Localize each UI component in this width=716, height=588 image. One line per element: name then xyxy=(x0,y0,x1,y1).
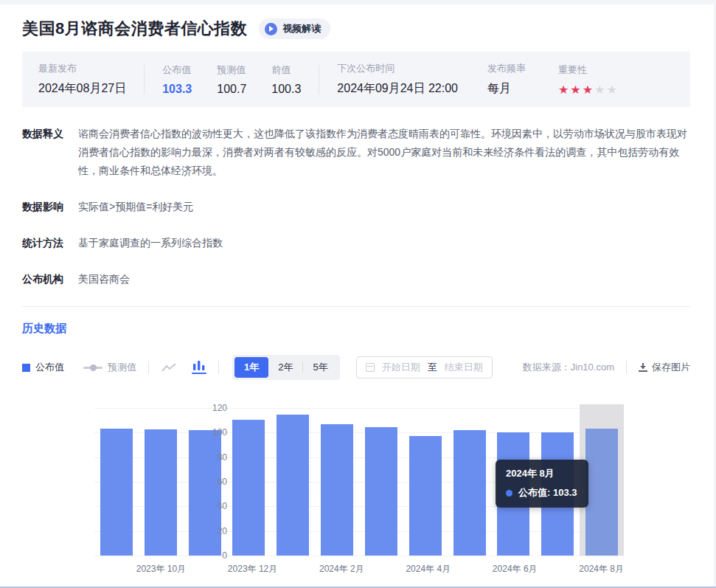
calendar-icon xyxy=(366,363,375,372)
x-tick-label xyxy=(538,563,580,575)
plot-area: 2024年 8月 公布值: 103.3 xyxy=(94,408,624,556)
star-filled-icon: ★ xyxy=(558,84,569,96)
detail-label: 统计方法 xyxy=(22,234,78,252)
detail-label: 公布机构 xyxy=(22,270,78,288)
frequency-label: 发布频率 xyxy=(487,62,526,75)
forecast-value: 预测值 100.7 xyxy=(217,63,246,96)
detail-value: 实际值>预期值=利好美元 xyxy=(78,198,690,216)
line-chart-icon[interactable] xyxy=(161,362,177,373)
forecast-value-label: 预测值 xyxy=(217,63,246,77)
y-tick-label: 40 xyxy=(183,501,227,511)
legend-forecast-label: 预测值 xyxy=(108,361,136,374)
latest-release-label: 最新发布 xyxy=(38,62,126,75)
bar[interactable] xyxy=(321,424,353,556)
bar-chart-icon[interactable] xyxy=(192,361,206,374)
previous-value-number: 100.3 xyxy=(271,83,301,96)
bar[interactable] xyxy=(409,436,442,556)
latest-release-value: 2024年08月27日 xyxy=(38,81,126,97)
date-range-picker[interactable]: 开始日期 至 结束日期 xyxy=(356,356,493,378)
importance-label: 重要性 xyxy=(558,63,617,77)
star-empty-icon: ★ xyxy=(594,84,605,96)
bar[interactable] xyxy=(189,430,221,556)
bar[interactable] xyxy=(365,427,397,556)
play-icon xyxy=(265,23,277,35)
bar-cell xyxy=(271,408,315,556)
series-dot-icon xyxy=(506,490,512,497)
bar-cell xyxy=(403,408,448,556)
header: 美国8月谘商会消费者信心指数 视频解读 xyxy=(22,18,690,40)
bar[interactable] xyxy=(585,429,618,556)
tab-5year[interactable]: 5年 xyxy=(303,357,337,378)
video-explain-label: 视频解读 xyxy=(282,22,321,35)
save-image-button[interactable]: 保存图片 xyxy=(639,361,690,374)
detail-label: 数据释义 xyxy=(22,125,78,180)
bar[interactable] xyxy=(453,430,486,556)
importance: 重要性 ★★★★★ xyxy=(558,63,617,96)
gridline xyxy=(94,556,624,556)
value-stats: 公布值 103.3 预测值 100.7 前值 100.3 xyxy=(162,63,301,96)
frequency: 发布频率 每月 xyxy=(487,62,526,97)
x-tick-label: 2024年 4月 xyxy=(406,563,451,575)
date-range-to-label: 至 xyxy=(428,361,437,374)
bar-chart-active-underline xyxy=(192,373,206,374)
previous-value: 前值 100.3 xyxy=(271,63,301,96)
importance-stars: ★★★★★ xyxy=(558,84,617,96)
bar-cell xyxy=(139,408,183,556)
bar-cell xyxy=(448,408,492,556)
star-empty-icon: ★ xyxy=(606,84,616,96)
y-tick-label: 0 xyxy=(183,550,227,561)
indicator-page: 美国8月谘商会消费者信心指数 视频解读 最新发布 2024年08月27日 公布值… xyxy=(0,0,716,588)
bar[interactable] xyxy=(145,429,177,556)
tab-2year[interactable]: 2年 xyxy=(268,357,302,378)
x-tick-label: 2024年 8月 xyxy=(579,563,624,575)
bar-cell xyxy=(359,408,403,556)
y-tick-label: 20 xyxy=(183,526,227,536)
y-tick-label: 100 xyxy=(183,427,227,437)
bar[interactable] xyxy=(100,429,133,556)
start-date-input[interactable]: 开始日期 xyxy=(382,361,420,374)
detail-row-agency: 公布机构 美国咨商会 xyxy=(22,270,690,288)
bar-cell xyxy=(315,408,359,556)
legend-forecast[interactable]: 预测值 xyxy=(83,361,136,374)
download-icon xyxy=(639,363,647,372)
save-image-label: 保存图片 xyxy=(652,361,690,374)
range-tab-group: 1年 2年 5年 xyxy=(232,355,340,380)
chart-toolbar: 公布值 预测值 1年 2年 5年 开 xyxy=(22,355,690,380)
star-filled-icon: ★ xyxy=(583,84,593,96)
divider xyxy=(148,361,149,374)
tab-1year[interactable]: 1年 xyxy=(234,357,268,378)
bar[interactable] xyxy=(232,420,265,556)
next-release-label: 下次公布时间 xyxy=(337,62,458,75)
next-release: 下次公布时间 2024年09月24日 22:00 xyxy=(337,62,458,97)
legend-line-dot-icon xyxy=(83,367,102,369)
history-chart: 2024年 8月 公布值: 103.3 020406080100120 xyxy=(22,402,690,556)
legend-published-label: 公布值 xyxy=(35,361,64,374)
detail-value: 美国咨商会 xyxy=(78,270,690,288)
end-date-input[interactable]: 结束日期 xyxy=(445,361,483,374)
legend-published[interactable]: 公布值 xyxy=(22,361,64,374)
x-tick-label xyxy=(94,563,136,575)
y-tick-label: 80 xyxy=(183,452,227,463)
divider xyxy=(319,65,319,94)
chart-tooltip: 2024年 8月 公布值: 103.3 xyxy=(496,460,588,508)
detail-row-definition: 数据释义 谘商会消费者信心指数的波动性更大，这也降低了该指数作为消费者态度晴雨表… xyxy=(22,125,690,180)
previous-value-label: 前值 xyxy=(271,63,301,77)
detail-value: 谘商会消费者信心指数的波动性更大，这也降低了该指数作为消费者态度晴雨表的可靠性。… xyxy=(78,125,690,180)
x-tick-label xyxy=(451,563,493,575)
frequency-value: 每月 xyxy=(487,81,526,97)
detail-value: 基于家庭调查的一系列综合指数 xyxy=(78,234,690,252)
bar[interactable] xyxy=(277,415,309,556)
detail-label: 数据影响 xyxy=(22,198,78,216)
published-value: 公布值 103.3 xyxy=(162,63,192,96)
divider xyxy=(144,65,145,94)
history-heading: 历史数据 xyxy=(22,322,690,336)
x-tick-label xyxy=(364,563,406,575)
detail-rows: 数据释义 谘商会消费者信心指数的波动性更大，这也降低了该指数作为消费者态度晴雨表… xyxy=(22,125,690,288)
x-tick-label: 2023年 12月 xyxy=(228,563,277,575)
bar-cell xyxy=(226,408,271,556)
forecast-value-number: 100.7 xyxy=(217,83,246,96)
published-value-number: 103.3 xyxy=(162,83,192,96)
x-axis-labels: 2023年 10月2023年 12月2024年 2月2024年 4月2024年 … xyxy=(94,563,624,575)
video-explain-button[interactable]: 视频解读 xyxy=(259,18,330,39)
legend-square-icon xyxy=(22,364,30,372)
